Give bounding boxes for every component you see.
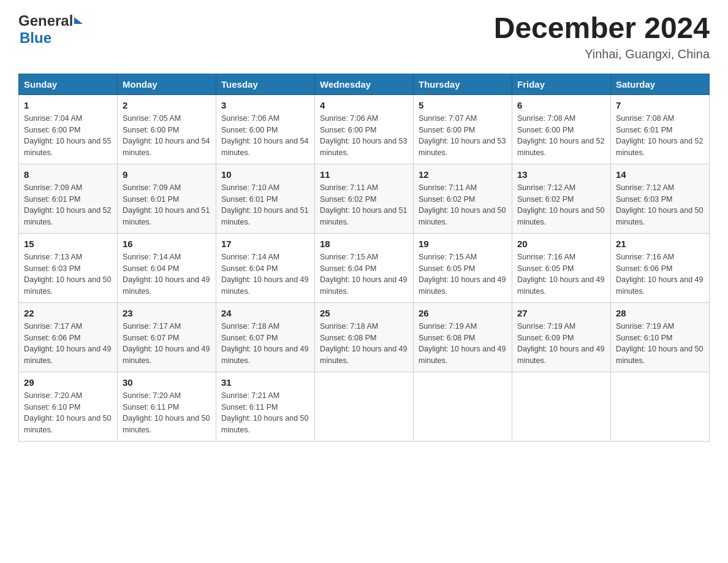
day-info: Sunrise: 7:14 AMSunset: 6:04 PMDaylight:…: [221, 251, 309, 297]
day-cell: 5Sunrise: 7:07 AMSunset: 6:00 PMDaylight…: [414, 94, 512, 164]
day-cell: 20Sunrise: 7:16 AMSunset: 6:05 PMDayligh…: [512, 233, 611, 302]
day-number: 19: [419, 239, 507, 249]
day-cell: 30Sunrise: 7:20 AMSunset: 6:11 PMDayligh…: [118, 372, 216, 441]
day-number: 18: [320, 239, 408, 249]
day-number: 9: [123, 169, 211, 180]
day-number: 23: [123, 308, 211, 318]
day-cell: 8Sunrise: 7:09 AMSunset: 6:01 PMDaylight…: [19, 164, 118, 233]
day-number: 4: [320, 100, 408, 110]
day-number: 7: [616, 100, 704, 110]
day-info: Sunrise: 7:09 AMSunset: 6:01 PMDaylight:…: [24, 182, 112, 228]
month-title: December 2024: [494, 12, 710, 45]
day-cell: 17Sunrise: 7:14 AMSunset: 6:04 PMDayligh…: [216, 233, 315, 302]
week-row-4: 22Sunrise: 7:17 AMSunset: 6:06 PMDayligh…: [19, 302, 710, 372]
day-number: 1: [24, 100, 112, 110]
day-info: Sunrise: 7:17 AMSunset: 6:07 PMDaylight:…: [123, 321, 211, 367]
day-number: 28: [616, 308, 704, 318]
day-cell: 13Sunrise: 7:12 AMSunset: 6:02 PMDayligh…: [512, 164, 611, 233]
day-cell: 19Sunrise: 7:15 AMSunset: 6:05 PMDayligh…: [414, 233, 512, 302]
day-number: 2: [123, 100, 211, 110]
day-cell: 25Sunrise: 7:18 AMSunset: 6:08 PMDayligh…: [315, 302, 414, 372]
day-info: Sunrise: 7:21 AMSunset: 6:11 PMDaylight:…: [221, 390, 309, 436]
week-row-3: 15Sunrise: 7:13 AMSunset: 6:03 PMDayligh…: [19, 233, 710, 302]
day-number: 31: [221, 377, 309, 388]
day-info: Sunrise: 7:19 AMSunset: 6:08 PMDaylight:…: [419, 321, 507, 367]
day-number: 27: [517, 308, 605, 318]
day-cell: [512, 372, 611, 441]
day-info: Sunrise: 7:16 AMSunset: 6:05 PMDaylight:…: [517, 251, 605, 297]
logo-triangle-icon: [74, 17, 83, 24]
header-right: December 2024 Yinhai, Guangxi, China: [494, 12, 710, 61]
day-info: Sunrise: 7:17 AMSunset: 6:06 PMDaylight:…: [24, 321, 112, 367]
day-number: 24: [221, 308, 309, 318]
day-number: 16: [123, 239, 211, 249]
day-cell: 9Sunrise: 7:09 AMSunset: 6:01 PMDaylight…: [118, 164, 216, 233]
logo: General Blue: [18, 12, 83, 47]
day-info: Sunrise: 7:08 AMSunset: 6:01 PMDaylight:…: [616, 113, 704, 159]
day-number: 21: [616, 239, 704, 249]
day-cell: 23Sunrise: 7:17 AMSunset: 6:07 PMDayligh…: [118, 302, 216, 372]
location: Yinhai, Guangxi, China: [494, 47, 710, 61]
day-cell: 7Sunrise: 7:08 AMSunset: 6:01 PMDaylight…: [611, 94, 710, 164]
column-header-saturday: Saturday: [611, 74, 710, 94]
day-cell: [315, 372, 414, 441]
column-header-sunday: Sunday: [19, 74, 118, 94]
day-number: 20: [517, 239, 605, 249]
day-number: 11: [320, 169, 408, 180]
day-cell: 11Sunrise: 7:11 AMSunset: 6:02 PMDayligh…: [315, 164, 414, 233]
column-header-monday: Monday: [118, 74, 216, 94]
day-cell: 14Sunrise: 7:12 AMSunset: 6:03 PMDayligh…: [611, 164, 710, 233]
column-header-tuesday: Tuesday: [216, 74, 315, 94]
day-info: Sunrise: 7:13 AMSunset: 6:03 PMDaylight:…: [24, 251, 112, 297]
day-info: Sunrise: 7:08 AMSunset: 6:00 PMDaylight:…: [517, 113, 605, 159]
day-number: 17: [221, 239, 309, 249]
day-info: Sunrise: 7:18 AMSunset: 6:08 PMDaylight:…: [320, 321, 408, 367]
day-cell: 18Sunrise: 7:15 AMSunset: 6:04 PMDayligh…: [315, 233, 414, 302]
logo-blue-text: Blue: [20, 29, 51, 46]
day-info: Sunrise: 7:06 AMSunset: 6:00 PMDaylight:…: [320, 113, 408, 159]
day-info: Sunrise: 7:15 AMSunset: 6:04 PMDaylight:…: [320, 251, 408, 297]
day-number: 14: [616, 169, 704, 180]
day-number: 10: [221, 169, 309, 180]
day-cell: 28Sunrise: 7:19 AMSunset: 6:10 PMDayligh…: [611, 302, 710, 372]
day-cell: 31Sunrise: 7:21 AMSunset: 6:11 PMDayligh…: [216, 372, 315, 441]
day-info: Sunrise: 7:20 AMSunset: 6:11 PMDaylight:…: [123, 390, 211, 436]
week-row-2: 8Sunrise: 7:09 AMSunset: 6:01 PMDaylight…: [19, 164, 710, 233]
day-info: Sunrise: 7:20 AMSunset: 6:10 PMDaylight:…: [24, 390, 112, 436]
day-cell: 22Sunrise: 7:17 AMSunset: 6:06 PMDayligh…: [19, 302, 118, 372]
column-header-friday: Friday: [512, 74, 611, 94]
day-number: 6: [517, 100, 605, 110]
day-number: 8: [24, 169, 112, 180]
day-cell: 4Sunrise: 7:06 AMSunset: 6:00 PMDaylight…: [315, 94, 414, 164]
day-info: Sunrise: 7:12 AMSunset: 6:03 PMDaylight:…: [616, 182, 704, 228]
day-number: 25: [320, 308, 408, 318]
day-info: Sunrise: 7:07 AMSunset: 6:00 PMDaylight:…: [419, 113, 507, 159]
day-number: 5: [419, 100, 507, 110]
calendar-table: SundayMondayTuesdayWednesdayThursdayFrid…: [18, 74, 710, 442]
day-cell: [611, 372, 710, 441]
day-cell: 3Sunrise: 7:06 AMSunset: 6:00 PMDaylight…: [216, 94, 315, 164]
day-cell: 29Sunrise: 7:20 AMSunset: 6:10 PMDayligh…: [19, 372, 118, 441]
column-header-wednesday: Wednesday: [315, 74, 414, 94]
day-info: Sunrise: 7:05 AMSunset: 6:00 PMDaylight:…: [123, 113, 211, 159]
day-info: Sunrise: 7:12 AMSunset: 6:02 PMDaylight:…: [517, 182, 605, 228]
day-info: Sunrise: 7:19 AMSunset: 6:10 PMDaylight:…: [616, 321, 704, 367]
day-cell: 24Sunrise: 7:18 AMSunset: 6:07 PMDayligh…: [216, 302, 315, 372]
day-cell: 27Sunrise: 7:19 AMSunset: 6:09 PMDayligh…: [512, 302, 611, 372]
day-number: 13: [517, 169, 605, 180]
day-cell: 26Sunrise: 7:19 AMSunset: 6:08 PMDayligh…: [414, 302, 512, 372]
day-info: Sunrise: 7:04 AMSunset: 6:00 PMDaylight:…: [24, 113, 112, 159]
day-info: Sunrise: 7:11 AMSunset: 6:02 PMDaylight:…: [320, 182, 408, 228]
logo-general-text: General: [18, 12, 73, 29]
week-row-5: 29Sunrise: 7:20 AMSunset: 6:10 PMDayligh…: [19, 372, 710, 441]
day-info: Sunrise: 7:06 AMSunset: 6:00 PMDaylight:…: [221, 113, 309, 159]
column-header-thursday: Thursday: [414, 74, 512, 94]
day-number: 26: [419, 308, 507, 318]
day-cell: 12Sunrise: 7:11 AMSunset: 6:02 PMDayligh…: [414, 164, 512, 233]
day-cell: [414, 372, 512, 441]
day-cell: 6Sunrise: 7:08 AMSunset: 6:00 PMDaylight…: [512, 94, 611, 164]
calendar-header-row: SundayMondayTuesdayWednesdayThursdayFrid…: [19, 74, 710, 94]
day-number: 15: [24, 239, 112, 249]
day-info: Sunrise: 7:18 AMSunset: 6:07 PMDaylight:…: [221, 321, 309, 367]
day-cell: 10Sunrise: 7:10 AMSunset: 6:01 PMDayligh…: [216, 164, 315, 233]
